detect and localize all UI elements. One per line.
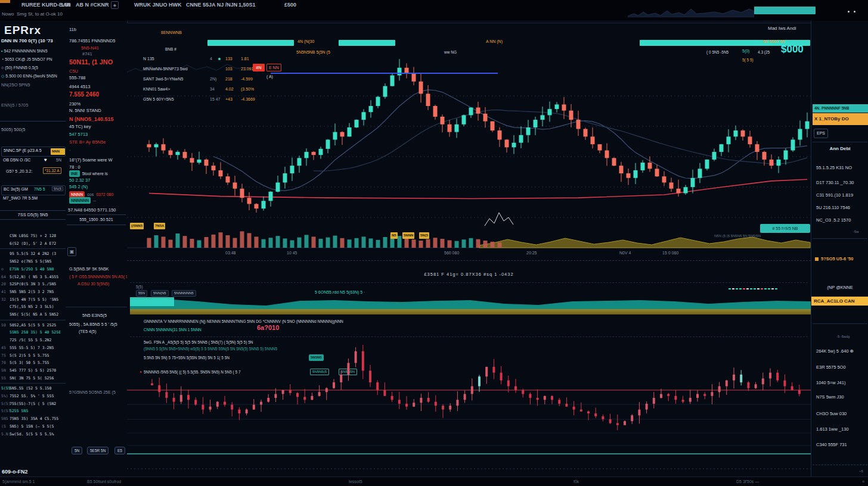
- grey-badge[interactable]: 5N(5: [52, 186, 63, 191]
- ticker-bullet-row[interactable]: ◇ 5.500 00 ENN-(5woN 5N5N: [1, 74, 57, 79]
- lower-chart-area[interactable]: GNNNNTA 'V NNNRRNNNNEN (Nj) NENNN 5NNNNT…: [127, 316, 811, 476]
- orderbook-header: 7SS D5(5) 5N5: [0, 210, 66, 220]
- right-data-row: 1.613 1ww _130: [816, 426, 849, 432]
- right-data-row: C340 555F 731: [816, 442, 847, 447]
- row-index: 20: [1, 282, 6, 286]
- menu-item[interactable]: £500: [284, 2, 296, 8]
- menu-item[interactable]: Nowo: [2, 11, 14, 17]
- right-data-row: N7S 5wm J30: [816, 394, 844, 400]
- quote-row: C5U: [69, 68, 78, 74]
- legend-pre: 15 47: [210, 97, 221, 101]
- watch-row-teal: 7N5 5: [34, 187, 45, 191]
- x-axis-label: 03:48: [225, 251, 236, 255]
- quote-row: 57.N48 64550 5771.150: [68, 207, 116, 213]
- row-text: 525P(0(5 3N 3 5./5N5: [10, 282, 56, 286]
- legend-v2: (3.50%: [241, 87, 254, 91]
- chart-teal-badge[interactable]: # 55 f=9/5 NB: [760, 224, 810, 233]
- legend-v2: 1.81: [241, 57, 249, 61]
- quote-row: 7.555 2460: [69, 91, 99, 98]
- menu-item[interactable]: WRUK JNUO HWK: [134, 2, 182, 8]
- right-data-row: 5U 216.110 7546: [816, 205, 850, 210]
- lower-chart-text: 6a?010: [257, 324, 279, 331]
- mid-pill-button[interactable]: E5: [114, 447, 125, 454]
- watch-row-5[interactable]: M7_5WO 7R 5.5M: [3, 196, 38, 200]
- mid-pill-button[interactable]: 5E5R 5N: [87, 447, 108, 454]
- grid-icon-button[interactable]: ▣: [67, 247, 76, 256]
- panel-footer-bold: 609-o-FN2: [2, 469, 28, 475]
- statusbar-item: 5(ammmd sm.5 1: [2, 479, 35, 484]
- legend-v1: 103: [225, 67, 232, 71]
- menu-item[interactable]: L50: [61, 2, 71, 8]
- indicator-tag[interactable]: 5N(5: [419, 232, 429, 239]
- legend-v1: 4.02: [225, 87, 234, 91]
- row-index: 75: [1, 353, 6, 358]
- amber-badge[interactable]: NNN: [51, 148, 65, 155]
- watch-row-4[interactable]: BC 3x(5) GM 7N5 5 5N(5: [1, 185, 66, 195]
- indicator-tag[interactable]: N5: [390, 232, 398, 239]
- watch-row-2[interactable]: OB D5N O /3C ♥ 5N: [1, 157, 64, 166]
- row-text: 5N5 5N5 2(5 3 2 7N5: [10, 289, 54, 294]
- menu-item[interactable]: Smg St, to at O-ok 10: [17, 11, 63, 17]
- topbar-sparkline: [628, 2, 754, 17]
- main-chart-area[interactable]: 8ENNWNBBNB #4N (N(305N5N5NB 5(5N (5A NN …: [127, 23, 811, 261]
- amber-highlight-bar[interactable]: X 1_NTOBy DO: [813, 113, 868, 125]
- row-text: 5N5) 5 15N (— 5 5(5: [10, 424, 54, 429]
- row-text: 5(5 3( 50 5 5.755: [10, 360, 49, 365]
- dot-icon: [218, 58, 221, 60]
- ticker-bullet-row[interactable]: • 542 FNNNNNNN 5NN5: [1, 49, 48, 53]
- teal-highlight-bar[interactable]: 4N. PNNNNNF 5NB: [813, 104, 868, 113]
- quote-row: 50N11, (1 JNO: [69, 58, 113, 66]
- quote-row: 78 : 0: [69, 164, 80, 170]
- left-sidebar: EPRrx DNN IN 700 0(T) (10 '73 NN(25O 5PN…: [0, 21, 66, 476]
- indicator-tag[interactable]: 7N5A: [154, 223, 165, 229]
- cta-button[interactable]: [754, 7, 816, 14]
- row-text: 95 5.5(5 32 4 2N2 (3: [10, 251, 56, 256]
- quote-row: 5?G5NN5 5O5N5 25E (5: [69, 390, 116, 394]
- row-text: 6(52 (D), 5' 2 A E72: [10, 241, 56, 246]
- x-axis-label: 20:25: [526, 251, 537, 255]
- topbar: RUREE KURD-BARL50AB N #CKNRWRUK JNUO HWK…: [0, 0, 868, 21]
- window-dot-1[interactable]: [848, 11, 850, 13]
- legend-row: KNN01 5aw4>344.02(3.50%: [143, 87, 280, 91]
- legend-label: KNN01 5aw4>: [143, 87, 170, 91]
- right-data-row: D1T 730.11 _70.30: [816, 180, 854, 185]
- row-index: 45: [1, 345, 6, 350]
- right-data-row: 55.1.5.25 K31 NO: [816, 165, 852, 170]
- right-sidebar: 4N. PNNNNNF 5NB X 1_NTOBy DO EPS Ann Deb…: [811, 21, 868, 476]
- watch-row-3[interactable]: G5? 5 ,20.3.2: *31.32 A: [1, 167, 64, 177]
- watchlist-subhead: 5005) 500(5: [1, 127, 25, 132]
- app-logo-icon[interactable]: ◈: [111, 1, 119, 9]
- indicator-band[interactable]: £3581 F 41g= 0.87X36 #sq 1 -0432 5(5) 55…: [127, 260, 811, 317]
- indicator-tag[interactable]: 5NNN: [402, 232, 414, 239]
- x-axis-label: 560 080: [444, 251, 459, 255]
- tiny-label-3: ~5: [859, 469, 863, 473]
- lower-chart-text: GNNNNTA 'V NNNRRNNNNEN (Nj) NENNN 5NNNNT…: [144, 319, 343, 323]
- alert-badge[interactable]: #N: [253, 64, 265, 71]
- tiny-label-1: -5w: [853, 230, 859, 233]
- row-text: 75N5 35) 35A 4 C5.755: [10, 416, 58, 421]
- ticker-bullet-row[interactable]: ◔ 5053 CK@ J5 5N5O7 PN: [1, 57, 52, 61]
- amber-highlight-bar-2[interactable]: RCA_AC1LO CAN: [811, 297, 868, 306]
- menu-item[interactable]: CNNE 55JA NJ /NJN: [186, 2, 237, 8]
- watch-row-1[interactable]: 5NNC.5P (E p23 A 5 NNN: [1, 147, 66, 157]
- row-text: C75(,55 N5 2 3 5L5): [10, 304, 54, 309]
- divider: [0, 383, 66, 384]
- lower-chart-svg: [127, 339, 811, 471]
- row-text: 5N52 e(7N5 5 5(5N5: [10, 259, 51, 264]
- ticker-bullet-row[interactable]: ○ (50) FNNN5 0,5(5: [1, 66, 38, 70]
- eps-tag[interactable]: EPS: [814, 129, 828, 138]
- row-text: 5N5.55 (52 5 5.150: [10, 386, 51, 391]
- row-index: 55: [1, 376, 6, 381]
- boxed-value: 555_1500 .50 521: [67, 214, 126, 225]
- heart-icon[interactable]: ♥: [44, 157, 47, 163]
- legend-v2: -4.3669: [241, 97, 255, 101]
- tick-mark: [754, 288, 756, 289]
- menu-item[interactable]: AB N #CKNR: [76, 2, 109, 8]
- menu-item[interactable]: 1,50S1: [238, 2, 256, 8]
- teal-progress-bar: [339, 40, 395, 46]
- right-data-row: 1040 5=w J41): [816, 380, 845, 385]
- chart-label: 5N5N5NB 5(5N (5: [296, 50, 330, 54]
- indicator-tag[interactable]: (/5NN5: [130, 223, 144, 229]
- window-dot-2[interactable]: [854, 11, 855, 13]
- mid-pill-button[interactable]: 5N: [72, 447, 82, 454]
